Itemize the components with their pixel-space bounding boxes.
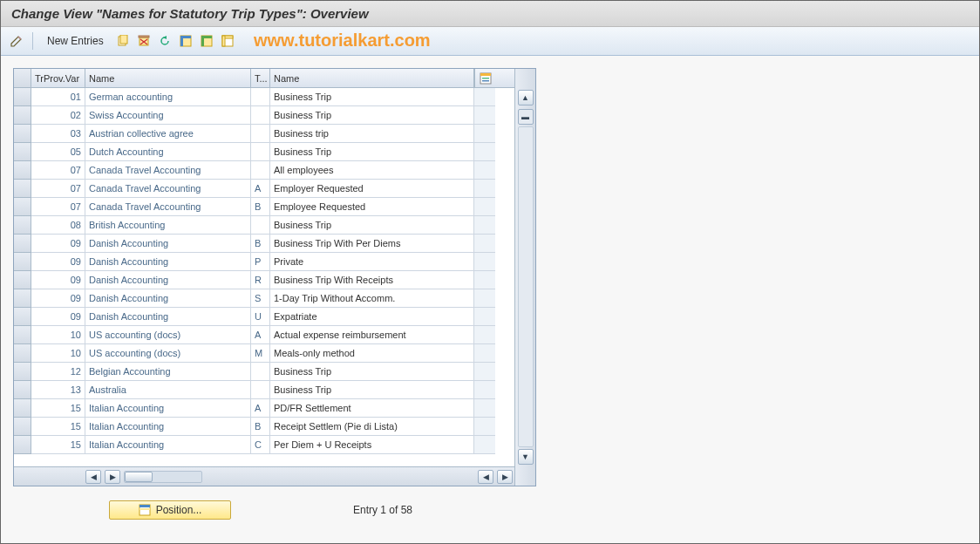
cell-trprovvar[interactable]: 15 [31,436,85,454]
cell-t[interactable] [251,143,270,161]
delete-icon[interactable] [135,31,153,51]
cell-trprovvar[interactable]: 09 [31,308,85,326]
vertical-scroll-track[interactable] [518,126,534,447]
position-button[interactable]: Position... [109,500,231,520]
cell-name1[interactable]: Danish Accounting [85,289,251,308]
row-selector[interactable] [14,308,31,326]
cell-trprovvar[interactable]: 09 [31,271,85,289]
cell-trprovvar[interactable]: 09 [31,253,85,271]
horizontal-scroll-thumb[interactable] [125,472,153,482]
cell-name2[interactable]: Business Trip [270,216,474,235]
cell-t[interactable] [251,381,270,399]
cell-trprovvar[interactable]: 10 [31,326,85,344]
cell-t[interactable]: A [251,180,270,198]
cell-name2[interactable]: Business Trip [270,106,474,125]
cell-trprovvar[interactable]: 12 [31,363,85,381]
cell-trprovvar[interactable]: 07 [31,161,85,180]
cell-trprovvar[interactable]: 03 [31,125,85,143]
row-selector[interactable] [14,161,31,180]
cell-name1[interactable]: British Accounting [85,216,251,235]
column-name1[interactable]: Name [85,69,251,87]
cell-t[interactable]: A [251,399,270,418]
cell-t[interactable]: P [251,253,270,271]
cell-t[interactable]: C [251,436,270,454]
row-selector[interactable] [14,344,31,363]
select-all-column[interactable] [14,69,31,87]
row-selector[interactable] [14,271,31,289]
cell-t[interactable]: R [251,271,270,289]
cell-trprovvar[interactable]: 08 [31,216,85,235]
cell-t[interactable] [251,161,270,180]
cell-trprovvar[interactable]: 05 [31,143,85,161]
row-selector[interactable] [14,180,31,198]
cell-name2[interactable]: Business Trip [270,88,474,106]
cell-name2[interactable]: Business Trip [270,363,474,381]
cell-name2[interactable]: Business Trip With Per Diems [270,235,474,253]
scroll-marker[interactable]: ▬ [518,109,534,125]
cell-t[interactable]: A [251,326,270,344]
cell-name2[interactable]: 1-Day Trip Without Accomm. [270,289,474,308]
cell-t[interactable]: U [251,308,270,326]
scroll-up-button[interactable]: ▲ [518,90,534,105]
cell-t[interactable] [251,88,270,106]
cell-name2[interactable]: Business Trip [270,381,474,399]
row-selector[interactable] [14,198,31,216]
deselect-all-icon[interactable] [219,31,236,51]
scroll-right-button[interactable]: ▶ [105,470,120,484]
row-selector[interactable] [14,436,31,454]
row-selector[interactable] [14,326,31,344]
select-all-icon[interactable] [177,31,194,51]
cell-t[interactable]: B [251,198,270,216]
cell-trprovvar[interactable]: 10 [31,344,85,363]
cell-t[interactable]: B [251,418,270,436]
column-trprovvar[interactable]: TrProv.Var [31,69,85,87]
cell-name2[interactable]: Receipt Settlem (Pie di Lista) [270,418,474,436]
toggle-display-change-icon[interactable] [8,31,25,51]
row-selector[interactable] [14,289,31,308]
cell-trprovvar[interactable]: 07 [31,198,85,216]
cell-name1[interactable]: Italian Accounting [85,399,251,418]
cell-name2[interactable]: Employee Requested [270,198,474,216]
row-selector[interactable] [14,235,31,253]
table-settings-icon[interactable] [474,69,495,87]
cell-name1[interactable]: Danish Accounting [85,271,251,289]
select-block-icon[interactable] [198,31,215,51]
cell-t[interactable] [251,125,270,143]
cell-name2[interactable]: All employees [270,161,474,180]
cell-name2[interactable]: Expatriate [270,308,474,326]
scroll-down-button[interactable]: ▼ [518,449,534,465]
cell-t[interactable]: B [251,235,270,253]
cell-t[interactable]: M [251,344,270,363]
cell-name2[interactable]: Business Trip [270,143,474,161]
cell-name2[interactable]: Employer Requested [270,180,474,198]
cell-trprovvar[interactable]: 15 [31,399,85,418]
cell-trprovvar[interactable]: 01 [31,88,85,106]
new-entries-button[interactable]: New Entries [40,31,111,51]
row-selector[interactable] [14,399,31,418]
row-selector[interactable] [14,143,31,161]
cell-name2[interactable]: Private [270,253,474,271]
scroll-left-button[interactable]: ◀ [85,470,101,484]
row-selector[interactable] [14,363,31,381]
cell-trprovvar[interactable]: 09 [31,289,85,308]
row-selector[interactable] [14,253,31,271]
cell-name1[interactable]: Austrian collective agree [85,125,251,143]
cell-name1[interactable]: Danish Accounting [85,253,251,271]
copy-as-icon[interactable] [114,31,132,51]
cell-name1[interactable]: Australia [85,381,251,399]
scroll-left-button-2[interactable]: ◀ [478,470,493,484]
horizontal-scroll-track[interactable] [124,471,202,483]
row-selector[interactable] [14,216,31,235]
cell-name1[interactable]: Danish Accounting [85,308,251,326]
column-name2[interactable]: Name [270,69,474,87]
cell-trprovvar[interactable]: 15 [31,418,85,436]
cell-name1[interactable]: Canada Travel Accounting [85,180,251,198]
cell-t[interactable]: S [251,289,270,308]
row-selector[interactable] [14,106,31,125]
column-t[interactable]: T... [251,69,270,87]
cell-trprovvar[interactable]: 02 [31,106,85,125]
cell-name2[interactable]: Meals-only method [270,344,474,363]
cell-name1[interactable]: German accounting [85,88,251,106]
cell-name1[interactable]: Italian Accounting [85,436,251,454]
cell-name1[interactable]: Danish Accounting [85,235,251,253]
